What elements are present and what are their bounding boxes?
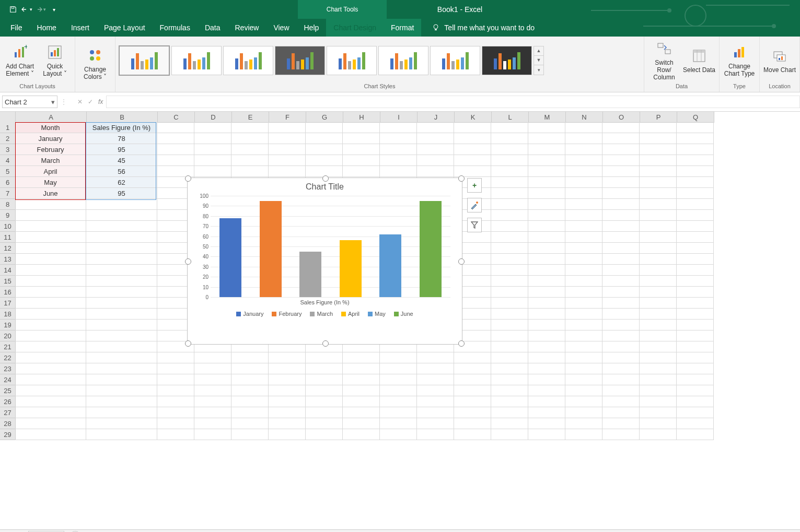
cell-N21[interactable] bbox=[565, 341, 602, 352]
cell-J28[interactable] bbox=[417, 418, 454, 429]
cell-M22[interactable] bbox=[528, 352, 565, 363]
chart-legend[interactable]: JanuaryFebruaryMarchAprilMayJune bbox=[188, 311, 462, 317]
cell-B18[interactable] bbox=[86, 309, 157, 320]
cell-B26[interactable] bbox=[86, 396, 157, 407]
cell-N13[interactable] bbox=[565, 254, 602, 265]
tab-format[interactable]: Format bbox=[384, 19, 421, 37]
row-header-4[interactable]: 4 bbox=[0, 155, 16, 166]
cell-O3[interactable] bbox=[602, 144, 640, 155]
cell-P6[interactable] bbox=[640, 177, 677, 188]
cell-L27[interactable] bbox=[491, 407, 528, 418]
row-header-22[interactable]: 22 bbox=[0, 352, 16, 363]
cell-A5[interactable]: April bbox=[15, 166, 86, 177]
cell-M12[interactable] bbox=[528, 243, 565, 254]
row-header-7[interactable]: 7 bbox=[0, 188, 16, 199]
cell-D24[interactable] bbox=[194, 374, 231, 385]
cell-A21[interactable] bbox=[15, 341, 86, 352]
cell-J29[interactable] bbox=[417, 429, 454, 440]
col-header-A[interactable]: A bbox=[16, 112, 87, 123]
cell-E22[interactable] bbox=[231, 352, 269, 363]
cell-B24[interactable] bbox=[86, 374, 157, 385]
cell-H29[interactable] bbox=[343, 429, 380, 440]
cell-A20[interactable] bbox=[15, 330, 86, 341]
legend-item-March[interactable]: March bbox=[310, 311, 333, 317]
cell-N14[interactable] bbox=[565, 265, 602, 276]
cell-H27[interactable] bbox=[343, 407, 380, 418]
cell-N3[interactable] bbox=[565, 144, 602, 155]
cell-D22[interactable] bbox=[194, 352, 231, 363]
cell-P27[interactable] bbox=[640, 407, 677, 418]
chart-x-axis-label[interactable]: Sales Figure (In %) bbox=[188, 299, 462, 305]
cell-F24[interactable] bbox=[269, 374, 306, 385]
cell-M20[interactable] bbox=[528, 330, 565, 341]
cell-M16[interactable] bbox=[528, 287, 565, 298]
row-header-26[interactable]: 26 bbox=[0, 396, 16, 407]
cell-B17[interactable] bbox=[86, 298, 157, 309]
row-header-23[interactable]: 23 bbox=[0, 363, 16, 374]
row-header-14[interactable]: 14 bbox=[0, 265, 16, 276]
cell-C4[interactable] bbox=[157, 155, 194, 166]
cell-F1[interactable] bbox=[269, 122, 306, 133]
tab-page-layout[interactable]: Page Layout bbox=[97, 19, 153, 37]
cell-A13[interactable] bbox=[15, 254, 86, 265]
cell-E1[interactable] bbox=[231, 122, 269, 133]
chart-bar-March[interactable] bbox=[299, 252, 321, 297]
cell-P18[interactable] bbox=[640, 309, 677, 320]
cell-K3[interactable] bbox=[454, 144, 491, 155]
cell-O27[interactable] bbox=[602, 407, 640, 418]
cell-J22[interactable] bbox=[417, 352, 454, 363]
cell-I24[interactable] bbox=[380, 374, 417, 385]
legend-item-January[interactable]: January bbox=[236, 311, 263, 317]
cell-C29[interactable] bbox=[157, 429, 194, 440]
cell-B23[interactable] bbox=[86, 363, 157, 374]
cell-B11[interactable] bbox=[86, 232, 157, 243]
cell-L26[interactable] bbox=[491, 396, 528, 407]
cell-I1[interactable] bbox=[380, 122, 417, 133]
cell-O17[interactable] bbox=[602, 298, 640, 309]
cell-N7[interactable] bbox=[565, 188, 602, 199]
name-box[interactable]: Chart 2▾ bbox=[2, 96, 57, 108]
cell-N28[interactable] bbox=[565, 418, 602, 429]
cell-M14[interactable] bbox=[528, 265, 565, 276]
cell-L1[interactable] bbox=[491, 122, 528, 133]
cell-N1[interactable] bbox=[565, 122, 602, 133]
cell-P24[interactable] bbox=[640, 374, 677, 385]
cell-I26[interactable] bbox=[380, 396, 417, 407]
tab-file[interactable]: File bbox=[3, 19, 30, 37]
cell-M18[interactable] bbox=[528, 309, 565, 320]
col-header-G[interactable]: G bbox=[306, 112, 343, 123]
cell-A17[interactable] bbox=[15, 298, 86, 309]
tab-view[interactable]: View bbox=[266, 19, 296, 37]
cell-N10[interactable] bbox=[565, 221, 602, 232]
cell-H22[interactable] bbox=[343, 352, 380, 363]
cell-L11[interactable] bbox=[491, 232, 528, 243]
cell-J5[interactable] bbox=[417, 166, 454, 177]
col-header-I[interactable]: I bbox=[380, 112, 418, 123]
cell-E24[interactable] bbox=[231, 374, 269, 385]
cell-A26[interactable] bbox=[15, 396, 86, 407]
cell-O23[interactable] bbox=[602, 363, 640, 374]
legend-item-June[interactable]: June bbox=[394, 311, 413, 317]
col-header-K[interactable]: K bbox=[455, 112, 492, 123]
cell-O22[interactable] bbox=[602, 352, 640, 363]
cell-K1[interactable] bbox=[454, 122, 491, 133]
cell-H28[interactable] bbox=[343, 418, 380, 429]
cell-K22[interactable] bbox=[454, 352, 491, 363]
cell-G24[interactable] bbox=[306, 374, 343, 385]
cell-D1[interactable] bbox=[194, 122, 231, 133]
cell-L4[interactable] bbox=[491, 155, 528, 166]
cell-P1[interactable] bbox=[640, 122, 677, 133]
cell-C24[interactable] bbox=[157, 374, 194, 385]
cell-B29[interactable] bbox=[86, 429, 157, 440]
cell-I29[interactable] bbox=[380, 429, 417, 440]
cell-L15[interactable] bbox=[491, 276, 528, 287]
chart-style-2[interactable] bbox=[171, 46, 222, 75]
chart-filter-button[interactable] bbox=[467, 218, 482, 232]
row-header-24[interactable]: 24 bbox=[0, 374, 16, 385]
cell-M13[interactable] bbox=[528, 254, 565, 265]
cell-O7[interactable] bbox=[602, 188, 640, 199]
cell-M26[interactable] bbox=[528, 396, 565, 407]
chart-style-3[interactable] bbox=[223, 46, 273, 75]
cell-G3[interactable] bbox=[306, 144, 343, 155]
chart-plot-area[interactable]: 0102030405060708090100 bbox=[211, 196, 450, 297]
